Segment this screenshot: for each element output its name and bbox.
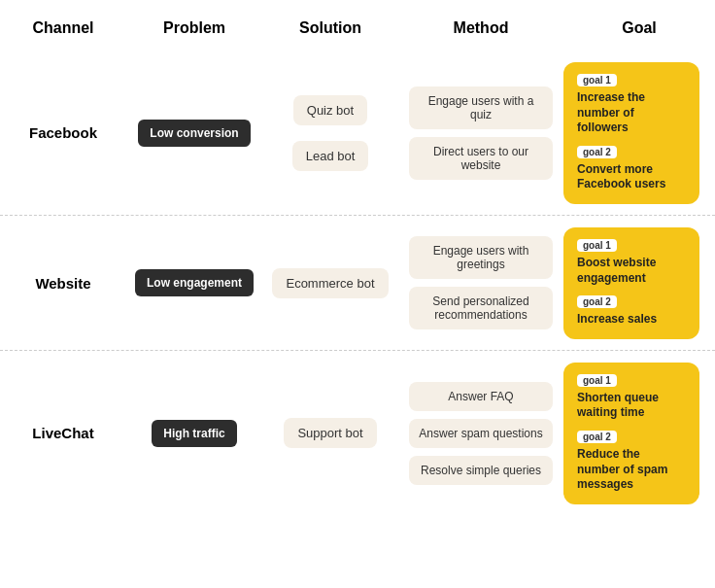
method-box-0-1-0: Direct users to our website — [409, 137, 553, 180]
method-cell-0: Engage users with a quizDirect users to … — [398, 86, 563, 180]
table-body: FacebookLow conversionQuiz botLead botEn… — [0, 51, 715, 516]
goal-tag-1-1: goal 2 — [577, 295, 617, 308]
problem-cell-2: High traffic — [126, 420, 262, 447]
goal-box-2: goal 1Shorten queue waiting timegoal 2Re… — [563, 363, 699, 504]
channel-label-2: LiveChat — [0, 425, 126, 441]
goal-cell-1: goal 1Boost website engagementgoal 2Incr… — [563, 227, 715, 339]
goal-text-1-0: Boost website engagement — [577, 256, 686, 286]
goal-box-1: goal 1Boost website engagementgoal 2Incr… — [563, 227, 699, 339]
method-box-2-0-1: Answer spam questions — [409, 419, 553, 448]
goal-cell-2: goal 1Shorten queue waiting timegoal 2Re… — [563, 363, 715, 504]
goal-cell-0: goal 1Increase the number of followersgo… — [563, 62, 715, 204]
goal-text-2-1: Reduce the number of spam messages — [577, 447, 686, 493]
header-goal: Goal — [563, 19, 715, 37]
method-group-1-0: Engage users with greetingsSend personal… — [409, 236, 553, 329]
goal-item-1-0: goal 1Boost website engagement — [577, 239, 686, 286]
method-group-2-0: Answer FAQAnswer spam questionsResolve s… — [409, 382, 553, 485]
goal-box-0: goal 1Increase the number of followersgo… — [563, 62, 699, 204]
solution-box-2-0: Support bot — [284, 418, 376, 448]
goal-text-2-0: Shorten queue waiting time — [577, 391, 686, 421]
method-group-0-0: Engage users with a quiz — [409, 86, 553, 129]
method-box-2-0-0: Answer FAQ — [409, 382, 553, 411]
goal-text-0-1: Convert more Facebook users — [577, 162, 686, 192]
solution-box-1-0: Ecommerce bot — [272, 268, 388, 298]
method-box-1-0-1: Send personalized recommendations — [409, 287, 553, 329]
goal-tag-2-1: goal 2 — [577, 431, 617, 443]
goal-tag-0-0: goal 1 — [577, 74, 617, 86]
goal-text-0-0: Increase the number of followers — [577, 90, 686, 136]
main-table: Channel Problem Solution Method Goal Fac… — [0, 0, 715, 526]
method-cell-1: Engage users with greetingsSend personal… — [398, 236, 563, 329]
problem-cell-0: Low conversion — [126, 120, 262, 147]
method-box-0-0-0: Engage users with a quiz — [409, 86, 553, 129]
solution-cell-2: Support bot — [262, 418, 398, 448]
goal-tag-0-1: goal 2 — [577, 146, 617, 158]
method-box-1-0-0: Engage users with greetings — [409, 236, 553, 279]
section-row-website: WebsiteLow engagementEcommerce botEngage… — [0, 216, 715, 351]
header-method: Method — [398, 19, 563, 37]
goal-item-1-1: goal 2Increase sales — [577, 295, 686, 328]
goal-tag-2-0: goal 1 — [577, 374, 617, 387]
goal-item-2-1: goal 2Reduce the number of spam messages — [577, 431, 686, 493]
problem-badge-1: Low engagement — [135, 269, 254, 296]
method-cell-2: Answer FAQAnswer spam questionsResolve s… — [398, 382, 563, 485]
goal-text-1-1: Increase sales — [577, 312, 657, 328]
goal-item-0-0: goal 1Increase the number of followers — [577, 74, 686, 136]
table-header: Channel Problem Solution Method Goal — [0, 10, 715, 51]
goal-item-2-0: goal 1Shorten queue waiting time — [577, 374, 686, 421]
header-problem: Problem — [126, 19, 262, 37]
solution-box-0-0: Quiz bot — [293, 95, 367, 125]
goal-item-0-1: goal 2Convert more Facebook users — [577, 146, 686, 192]
goal-tag-1-0: goal 1 — [577, 239, 617, 252]
section-row-livechat: LiveChatHigh trafficSupport botAnswer FA… — [0, 351, 715, 516]
problem-badge-0: Low conversion — [138, 120, 250, 147]
section-row-facebook: FacebookLow conversionQuiz botLead botEn… — [0, 51, 715, 216]
problem-badge-2: High traffic — [152, 420, 236, 447]
channel-label-1: Website — [0, 275, 126, 292]
solution-box-0-1: Lead bot — [292, 141, 369, 171]
channel-label-0: Facebook — [0, 124, 126, 141]
method-group-0-1: Direct users to our website — [409, 137, 553, 180]
header-channel: Channel — [0, 19, 126, 37]
method-box-2-0-2: Resolve simple queries — [409, 456, 553, 485]
header-solution: Solution — [262, 19, 398, 37]
solution-cell-1: Ecommerce bot — [262, 268, 398, 298]
problem-cell-1: Low engagement — [126, 269, 262, 296]
solution-cell-0: Quiz botLead bot — [262, 95, 398, 171]
